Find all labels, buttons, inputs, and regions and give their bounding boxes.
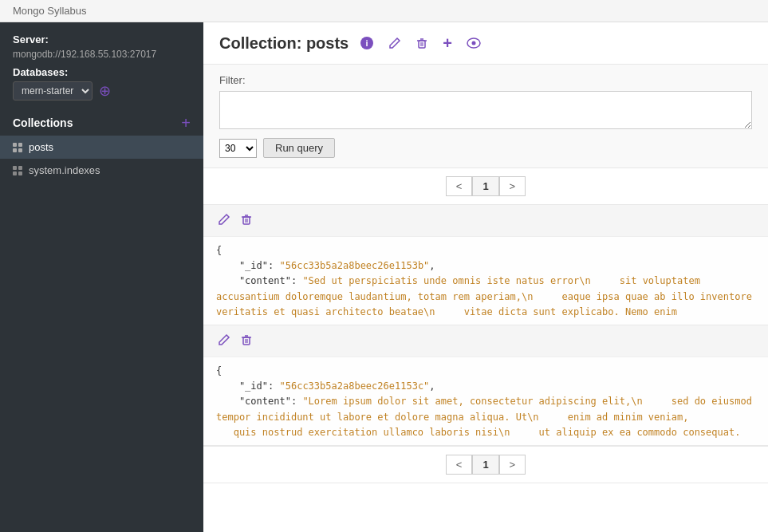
doc-toolbar-2 [203, 325, 768, 357]
add-document-button[interactable]: + [439, 33, 455, 53]
delete-doc-2-button[interactable] [238, 332, 254, 350]
filter-area: Filter: 10 20 30 50 100 Run query [203, 65, 768, 168]
next-page-bottom-button[interactable]: > [499, 455, 526, 475]
svg-text:i: i [366, 38, 368, 48]
sidebar: Server: mongodb://192.168.55.103:27017 D… [0, 22, 203, 532]
collection-title: Collection: posts [219, 34, 349, 53]
grid-icon-system-indexes [13, 166, 22, 175]
content-area: Collection: posts i [203, 22, 768, 532]
filter-controls: 10 20 30 50 100 Run query [219, 138, 752, 158]
add-collection-button[interactable]: + [181, 115, 191, 131]
doc-toolbar-1 [203, 205, 768, 237]
svg-rect-14 [243, 337, 250, 345]
pencil-icon-1 [218, 213, 230, 226]
prev-page-top-button[interactable]: < [446, 176, 473, 196]
delete-doc-1-button[interactable] [238, 211, 254, 230]
edit-collection-button[interactable] [385, 35, 404, 51]
app-title: Mongo Syllabus [13, 5, 87, 17]
doc-content-1: { "_id": "56cc33b5a2a8beec26e1153b", "co… [203, 237, 768, 325]
server-value: mongodb://192.168.55.103:27017 [13, 49, 191, 60]
trash-icon-1 [240, 213, 253, 226]
document-record-1: { "_id": "56cc33b5a2a8beec26e1153b", "co… [203, 205, 768, 325]
collection-item-posts[interactable]: posts [0, 136, 203, 159]
edit-icon [388, 37, 401, 49]
edit-doc-1-button[interactable] [216, 211, 232, 230]
svg-point-8 [471, 41, 475, 45]
next-page-top-button[interactable]: > [499, 176, 526, 196]
databases-row: mern-starter ⊕ [13, 81, 191, 100]
filter-input[interactable] [219, 91, 752, 129]
info-icon: i [360, 36, 374, 50]
databases-label: Databases: [13, 66, 191, 78]
eye-icon [467, 37, 481, 49]
collections-label: Collections [13, 116, 73, 129]
view-button[interactable] [463, 36, 484, 50]
pagination-top: < 1 > [203, 168, 768, 205]
run-query-button[interactable]: Run query [263, 138, 335, 158]
doc-1-text: { "_id": "56cc33b5a2a8beec26e1153b", "co… [216, 245, 752, 317]
pencil-icon-2 [218, 333, 230, 346]
add-database-button[interactable]: ⊕ [99, 84, 111, 98]
trash-icon-2 [240, 333, 253, 346]
collection-name-posts: posts [29, 141, 53, 153]
edit-doc-2-button[interactable] [216, 332, 232, 350]
info-button[interactable]: i [356, 34, 377, 52]
current-page-top[interactable]: 1 [472, 176, 498, 196]
doc-2-text: { "_id": "56cc33b5a2a8beec26e1153c", "co… [216, 365, 752, 438]
titlebar: Mongo Syllabus [0, 0, 768, 22]
collection-item-system-indexes[interactable]: system.indexes [0, 159, 203, 182]
doc-content-2: { "_id": "56cc33b5a2a8beec26e1153c", "co… [203, 357, 768, 445]
trash-icon [416, 37, 428, 49]
main-layout: Server: mongodb://192.168.55.103:27017 D… [0, 22, 768, 532]
collection-header: Collection: posts i [203, 22, 768, 65]
current-page-bottom[interactable]: 1 [472, 455, 498, 475]
collections-list: posts system.indexes [0, 136, 203, 182]
grid-icon-posts [13, 143, 22, 152]
pagination-bottom: < 1 > [203, 446, 768, 483]
svg-rect-2 [419, 41, 425, 48]
server-section: Server: mongodb://192.168.55.103:27017 D… [0, 22, 203, 105]
filter-label: Filter: [219, 74, 752, 86]
prev-page-bottom-button[interactable]: < [446, 455, 473, 475]
delete-collection-button[interactable] [412, 35, 431, 51]
collection-name-system-indexes: system.indexes [29, 164, 100, 176]
plus-icon: + [443, 35, 452, 51]
database-select[interactable]: mern-starter [13, 81, 93, 100]
document-record-2: { "_id": "56cc33b5a2a8beec26e1153c", "co… [203, 325, 768, 446]
server-label: Server: [13, 33, 191, 45]
svg-rect-9 [243, 217, 250, 224]
collections-header: Collections + [0, 105, 203, 136]
limit-select[interactable]: 10 20 30 50 100 [219, 139, 257, 158]
